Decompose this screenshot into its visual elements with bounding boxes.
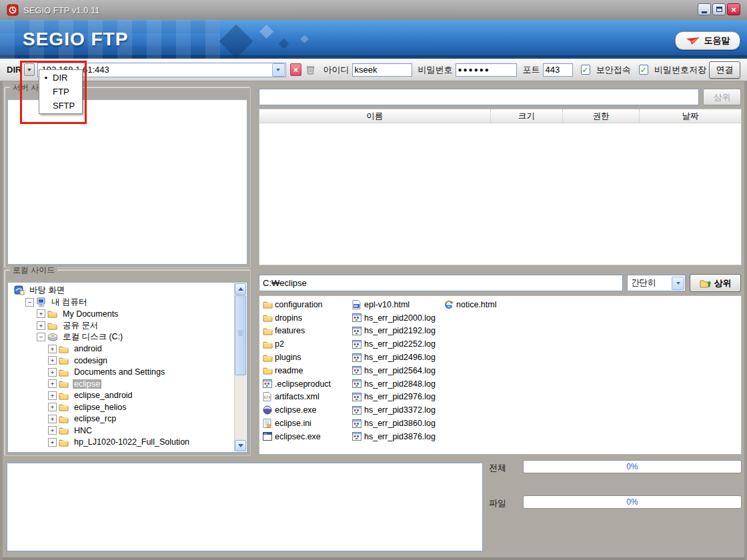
trash-icon[interactable] [305,65,315,75]
expander-icon[interactable]: + [37,321,45,330]
mode-menu-item-sftp[interactable]: SFTP [39,99,82,113]
file-item[interactable]: artifacts.xml [263,391,351,404]
file-item[interactable]: readme [263,364,351,377]
tree-item[interactable]: +공유 문서 [9,320,235,332]
port-input[interactable] [543,63,573,77]
column-date[interactable]: 날짜 [640,109,741,123]
file-item[interactable]: hs_err_pid2496.log [352,351,444,364]
view-mode-dropdown-button[interactable] [672,277,684,290]
connect-button[interactable]: 연결 [709,61,740,79]
tree-item[interactable]: +codesign [9,355,235,367]
tree-item[interactable]: +android [9,343,235,355]
file-item[interactable]: hs_err_pid2000.log [352,311,444,325]
save-password-checkbox[interactable]: ✓ [639,65,648,75]
expander-icon[interactable]: + [48,368,57,377]
file-item[interactable]: hs_err_pid3860.log [352,417,444,430]
file-progress-bar: 0% [523,495,742,509]
file-item[interactable]: hs_err_pid2848.log [352,377,444,391]
mode-menu-item-ftp[interactable]: FTP [39,85,82,99]
folder-icon [59,415,70,423]
expander-icon[interactable]: + [48,379,57,388]
xml-icon [263,392,275,401]
file-item[interactable]: notice.html [444,298,578,311]
transfer-log-area[interactable] [7,463,483,551]
tree-item[interactable]: +HNC [9,425,235,437]
help-button[interactable]: 도움말 [675,31,740,50]
expander-icon[interactable]: + [48,391,57,400]
expander-icon[interactable]: + [48,415,57,423]
file-item[interactable]: eclipse.ini [263,417,351,430]
tree-item[interactable]: −로컬 디스크 (C:) [9,331,235,343]
scrollbar-thumb[interactable] [235,295,246,375]
file-name: hs_err_pid3876.log [364,432,436,441]
file-item[interactable]: configuration [263,298,351,311]
server-tree-area[interactable] [7,99,247,265]
id-input[interactable] [352,63,412,77]
column-permission[interactable]: 권한 [563,109,640,123]
file-item[interactable]: hs_err_pid2252.log [352,337,444,351]
log-icon [352,353,364,362]
file-item[interactable]: hs_err_pid2564.log [352,364,444,377]
server-file-table[interactable]: 이름 크기 권한 날짜 [259,109,742,265]
tree-item[interactable]: +eclipse_android [9,390,235,402]
file-item[interactable]: hs_err_pid2976.log [352,391,444,404]
file-item[interactable]: dropins [263,311,351,325]
tree-item[interactable]: +eclipse_rcp [9,413,235,425]
column-name[interactable]: 이름 [259,109,491,123]
mode-dropdown-button[interactable] [24,63,35,76]
expander-icon[interactable]: + [37,309,45,318]
file-name: artifacts.xml [275,392,319,401]
expander-icon[interactable]: + [48,403,57,411]
ie-icon [444,300,456,309]
file-item[interactable]: hs_err_pid3372.log [352,403,444,417]
file-item[interactable]: hs_err_pid2192.log [352,325,444,338]
expander-icon[interactable]: + [48,345,57,353]
secure-connection-checkbox[interactable]: ✓ [581,65,590,75]
tree-item[interactable]: +Documents and Settings [9,367,235,379]
tree-item[interactable]: 바탕 화면 [9,285,235,297]
tree-item[interactable]: +hp_LJ1020-1022_Full_Solution [9,437,235,449]
scroll-up-icon[interactable] [235,283,246,295]
server-path-input[interactable] [259,89,699,105]
mode-menu-item-label: DIR [53,73,67,83]
local-path-input[interactable]: C:₩eclipse [259,275,623,291]
tree-item[interactable]: −내 컴퓨터 [9,297,235,309]
close-button[interactable]: × [727,3,740,15]
server-up-button[interactable]: 상위 [703,89,741,105]
address-dropdown-button[interactable] [272,63,285,77]
local-up-label: 상위 [714,277,732,289]
maximize-button[interactable] [712,3,726,15]
log-icon [352,340,364,349]
file-item[interactable]: epl-v10.html [352,298,444,311]
scroll-down-icon[interactable] [235,440,246,451]
expander-icon[interactable]: + [48,426,57,435]
file-item[interactable]: p2 [263,337,351,351]
tree-item-label: eclipse_helios [73,403,128,412]
password-input[interactable] [456,63,517,77]
tree-item[interactable]: +eclipse [9,378,235,390]
file-name: eclipse.exe [275,405,317,415]
tree-item[interactable]: +My Documents [9,308,235,320]
delete-address-button[interactable]: × [290,63,302,76]
expander-icon[interactable]: + [48,438,57,447]
view-mode-select[interactable]: 간단히 [627,275,686,291]
file-item[interactable]: .eclipseproduct [263,377,351,391]
mode-menu-item-dir[interactable]: ●DIR [39,71,82,85]
local-file-list[interactable]: configurationdropinsfeaturesp2pluginsrea… [259,295,742,455]
expander-icon[interactable]: − [37,333,45,341]
column-size[interactable]: 크기 [491,109,563,123]
file-item[interactable]: eclipse.exe [263,403,351,417]
id-label: 아이디 [323,64,349,76]
minimize-button[interactable] [698,3,711,15]
local-up-button[interactable]: 상위 [690,274,741,292]
expander-icon[interactable]: + [48,356,57,365]
file-item[interactable]: eclipsec.exe [263,430,351,443]
computer-icon [36,297,47,307]
tree-item[interactable]: +eclipse_helios [9,401,235,413]
file-item[interactable]: plugins [263,351,351,364]
total-progress-label: 전체 [489,462,506,474]
tree-scrollbar[interactable] [234,283,246,451]
file-item[interactable]: features [263,325,351,338]
file-item[interactable]: hs_err_pid3876.log [352,430,444,443]
expander-icon[interactable]: − [25,298,34,307]
